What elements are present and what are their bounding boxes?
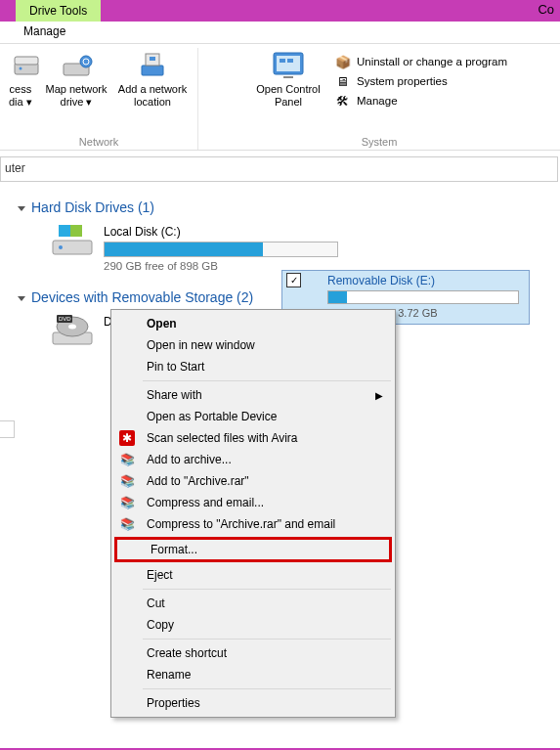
menu-add-archive[interactable]: 📚Add to archive...	[113, 449, 393, 470]
menu-open[interactable]: Open	[113, 313, 393, 334]
hdd-icon	[51, 223, 94, 258]
menu-cut[interactable]: Cut	[113, 593, 393, 614]
ribbon: cessdia ▾ Map networkdrive ▾ Add a netwo…	[0, 44, 560, 151]
separator	[143, 380, 391, 381]
drive-name: Removable Disk (E:)	[327, 273, 527, 287]
separator	[143, 589, 391, 590]
menu-rename[interactable]: Rename	[113, 664, 393, 685]
winrar-icon: 📚	[119, 495, 135, 510]
selection-checkbox[interactable]: ✓	[286, 273, 301, 287]
svg-rect-10	[277, 56, 300, 71]
dvd-icon: DVD	[51, 313, 94, 348]
group-title: System	[362, 136, 398, 148]
svg-rect-13	[283, 76, 293, 78]
network-drive-icon	[59, 50, 94, 81]
label: Open ControlPanel	[256, 83, 320, 109]
uninstall-icon: 📦	[335, 54, 351, 69]
add-network-location-button[interactable]: Add a networklocation	[116, 48, 189, 109]
menu-compress-rar-email[interactable]: 📚Compress to "Archive.rar" and email	[113, 513, 393, 535]
label: Add a networklocation	[118, 83, 187, 109]
drive-icon	[9, 50, 44, 81]
network-location-icon	[135, 50, 170, 81]
menu-eject[interactable]: Eject	[113, 564, 393, 586]
window-title-fragment: Co	[538, 2, 554, 17]
menu-scan-avira[interactable]: ✱Scan selected files with Avira	[113, 427, 393, 449]
manage-button[interactable]: 🛠Manage	[335, 93, 507, 109]
menu-pin-to-start[interactable]: Pin to Start	[113, 356, 393, 377]
collapse-icon	[18, 206, 25, 211]
properties-icon: 🖥	[335, 73, 351, 89]
winrar-icon: 📚	[119, 452, 135, 467]
map-network-drive-button[interactable]: Map networkdrive ▾	[42, 48, 110, 109]
access-media-button[interactable]: cessdia ▾	[9, 48, 36, 109]
label: Map networkdrive ▾	[46, 83, 108, 109]
hdd-section-header[interactable]: Hard Disk Drives (1)	[18, 199, 560, 215]
menu-create-shortcut[interactable]: Create shortcut	[113, 642, 393, 664]
svg-rect-17	[70, 225, 82, 237]
menu-format[interactable]: Format...	[117, 540, 389, 559]
svg-point-15	[59, 245, 63, 249]
menu-share-with[interactable]: Share with▶	[113, 384, 393, 406]
ribbon-tabs: Manage	[0, 22, 560, 44]
menu-copy[interactable]: Copy	[113, 614, 393, 636]
svg-rect-8	[150, 57, 155, 61]
separator	[143, 688, 391, 689]
manage-tab[interactable]: Manage	[23, 24, 65, 38]
breadcrumb[interactable]: uter	[0, 156, 558, 182]
label: cessdia ▾	[9, 83, 32, 109]
ribbon-group-network: cessdia ▾ Map networkdrive ▾ Add a netwo…	[0, 48, 198, 150]
format-highlight: Format...	[114, 537, 392, 562]
submenu-arrow-icon: ▶	[375, 390, 383, 401]
menu-open-new-window[interactable]: Open in new window	[113, 334, 393, 356]
ribbon-group-system: Open ControlPanel 📦Uninstall or change a…	[198, 48, 560, 150]
svg-rect-11	[280, 59, 285, 63]
capacity-bar	[327, 290, 519, 304]
menu-compress-email[interactable]: 📚Compress and email...	[113, 492, 393, 513]
separator	[143, 639, 391, 640]
title-bar: Drive Tools Co	[0, 0, 560, 22]
open-control-panel-button[interactable]: Open ControlPanel	[251, 48, 325, 109]
winrar-icon: 📚	[119, 473, 135, 489]
uninstall-program-button[interactable]: 📦Uninstall or change a program	[335, 54, 507, 69]
group-title: Network	[79, 136, 118, 148]
menu-properties[interactable]: Properties	[113, 692, 393, 714]
svg-rect-12	[287, 59, 293, 63]
menu-add-rar[interactable]: 📚Add to "Archive.rar"	[113, 470, 393, 492]
winrar-icon: 📚	[119, 516, 135, 532]
svg-rect-16	[59, 225, 70, 237]
capacity-bar	[104, 242, 338, 257]
drive-local-disk-c[interactable]: Local Disk (C:) 290 GB free of 898 GB	[51, 223, 560, 272]
svg-rect-6	[142, 66, 163, 75]
svg-point-2	[20, 67, 22, 70]
svg-point-4	[80, 56, 92, 67]
avira-icon: ✱	[119, 430, 135, 446]
drive-tools-tab[interactable]: Drive Tools	[16, 0, 101, 22]
control-panel-icon	[271, 50, 306, 81]
menu-open-portable[interactable]: Open as Portable Device	[113, 406, 393, 427]
svg-point-20	[68, 325, 76, 330]
collapse-icon	[18, 296, 25, 301]
manage-icon: 🛠	[335, 93, 351, 109]
svg-rect-1	[15, 57, 38, 65]
svg-text:DVD: DVD	[59, 316, 71, 322]
drive-name: Local Disk (C:)	[104, 225, 338, 239]
nav-pane-edge	[0, 420, 15, 438]
system-properties-button[interactable]: 🖥System properties	[335, 73, 507, 89]
context-menu: Open Open in new window Pin to Start Sha…	[110, 309, 396, 718]
